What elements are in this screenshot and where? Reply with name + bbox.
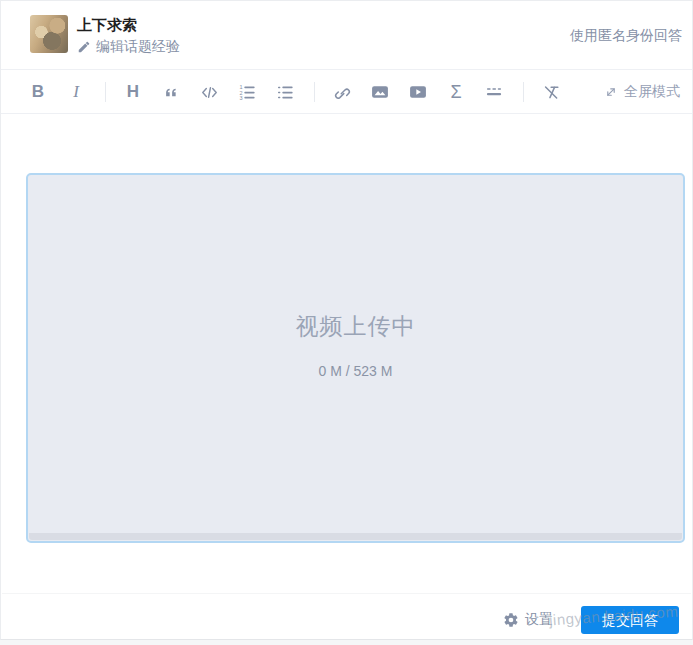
ordered-list-icon: 1 2 3: [238, 83, 257, 102]
video-icon: [408, 82, 428, 102]
clear-format-icon: [542, 83, 561, 102]
italic-icon: I: [73, 82, 79, 102]
user-avatar: [30, 15, 68, 53]
toolbar-separator: [105, 82, 106, 102]
fullscreen-label: 全屏模式: [624, 83, 680, 101]
link-icon: [333, 83, 352, 102]
code-block-button[interactable]: [198, 80, 220, 104]
heading-icon: H: [127, 82, 139, 102]
submit-answer-button[interactable]: 提交回答: [581, 606, 679, 634]
insert-formula-button[interactable]: Σ: [445, 80, 467, 104]
insert-link-button[interactable]: [331, 80, 353, 104]
fullscreen-expand-icon: [604, 85, 618, 99]
format-toolbar: B I H 1 2 3: [1, 71, 692, 114]
formula-icon: Σ: [450, 82, 461, 103]
blockquote-button[interactable]: [160, 80, 182, 104]
settings-label: 设置: [525, 611, 553, 629]
username: 上下求索: [77, 15, 180, 35]
divider-icon: [484, 82, 504, 102]
unordered-list-button[interactable]: [274, 80, 296, 104]
editor-header: 上下求索 编辑话题经验 使用匿名身份回答: [1, 1, 692, 70]
settings-button[interactable]: 设置: [503, 611, 553, 629]
code-icon: [200, 83, 219, 102]
editor-footer: 设置 提交回答: [2, 593, 691, 634]
svg-text:3: 3: [239, 94, 242, 100]
image-icon: [370, 82, 390, 102]
toolbar-separator: [523, 82, 524, 102]
video-upload-area: 视频上传中 0 M / 523 M: [26, 173, 685, 543]
italic-button[interactable]: I: [65, 80, 87, 104]
pencil-icon: [77, 40, 91, 54]
edit-topic-link[interactable]: 编辑话题经验: [77, 38, 180, 56]
unordered-list-icon: [276, 83, 295, 102]
upload-progress-text: 0 M / 523 M: [319, 363, 393, 379]
upload-progress-bar: [29, 533, 682, 540]
gear-icon: [503, 612, 519, 628]
anonymous-answer-link[interactable]: 使用匿名身份回答: [570, 27, 682, 45]
fullscreen-mode-button[interactable]: 全屏模式: [604, 83, 682, 101]
edit-topic-label: 编辑话题经验: [96, 38, 180, 56]
insert-image-button[interactable]: [369, 80, 391, 104]
bold-icon: B: [32, 82, 44, 102]
clear-format-button[interactable]: [540, 80, 562, 104]
heading-button[interactable]: H: [122, 80, 144, 104]
bold-button[interactable]: B: [27, 80, 49, 104]
ordered-list-button[interactable]: 1 2 3: [236, 80, 258, 104]
answer-editor-card: 上下求索 编辑话题经验 使用匿名身份回答 B I H: [0, 0, 693, 640]
quote-icon: [162, 83, 180, 101]
user-info: 上下求索 编辑话题经验: [77, 15, 180, 56]
toolbar-separator: [314, 82, 315, 102]
insert-divider-button[interactable]: [483, 80, 505, 104]
upload-status-text: 视频上传中: [296, 311, 416, 342]
insert-video-button[interactable]: [407, 80, 429, 104]
